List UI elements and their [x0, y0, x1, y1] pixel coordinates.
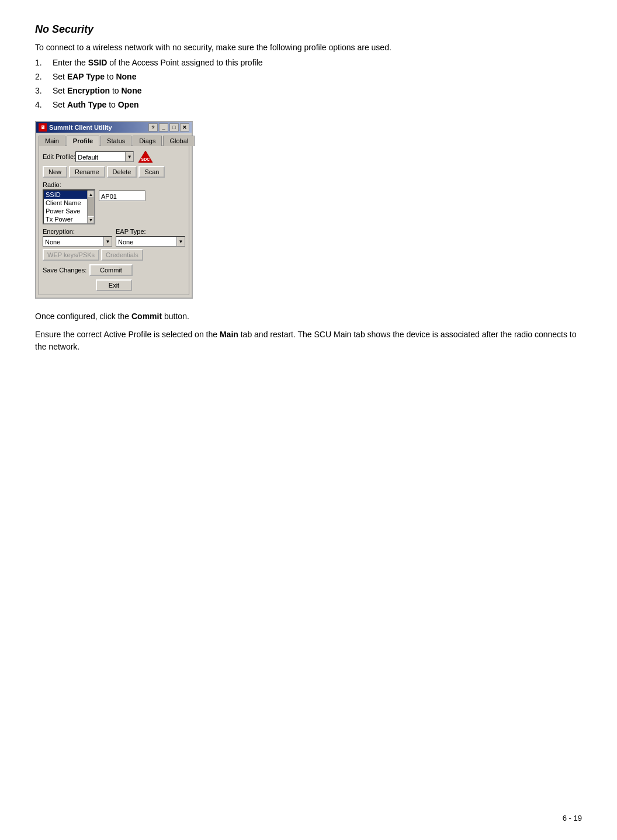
delete-button[interactable]: Delete [107, 166, 137, 178]
tab-global[interactable]: Global [163, 136, 195, 146]
step-number-4: 4. [35, 100, 53, 109]
step-number-1: 1. [35, 58, 53, 67]
tabs-row: Main Profile Status Diags Global [36, 133, 192, 146]
profile-select[interactable]: Default ▼ [75, 151, 134, 162]
save-changes-label: Save Changes: [43, 267, 89, 274]
ap-value[interactable]: AP01 [99, 191, 145, 201]
step-3: 3. Set Encryption to None [35, 86, 582, 95]
close-button[interactable]: ✕ [180, 123, 189, 132]
eap-col: EAP Type: None ▼ [116, 228, 185, 247]
after-para-2: Ensure the correct Active Profile is sel… [35, 329, 582, 353]
encryption-label: Encryption: [43, 228, 112, 235]
step-4: 4. Set Auth Type to Open [35, 100, 582, 109]
help-button[interactable]: ? [148, 123, 158, 132]
step-text-3: Set Encryption to None [53, 86, 142, 95]
edit-profile-row: Edit Profile: Default ▼ SDC [43, 150, 185, 164]
step-text-2: Set EAP Type to None [53, 72, 136, 81]
titlebar-left: 🖥 Summit Client Utility [39, 123, 112, 132]
encryption-dropdown-arrow[interactable]: ▼ [103, 237, 112, 246]
commit-reference: Commit [131, 312, 162, 321]
scu-titlebar: 🖥 Summit Client Utility ? _ □ ✕ [36, 122, 192, 133]
minimize-button[interactable]: _ [159, 123, 168, 132]
main-tab-reference: Main [220, 330, 238, 339]
encryption-value: None [43, 237, 103, 246]
list-item-txpower[interactable]: Tx Power [44, 215, 87, 223]
step-2: 2. Set EAP Type to None [35, 72, 582, 81]
radio-section: SSID Client Name Power Save Tx Power ▲ ▼… [43, 189, 185, 224]
step-text-1: Enter the SSID of the Access Point assig… [53, 58, 263, 67]
intro-text: To connect to a wireless network with no… [35, 43, 582, 52]
step-number-2: 2. [35, 72, 53, 81]
eap-dropdown-arrow[interactable]: ▼ [176, 237, 185, 246]
commit-button[interactable]: Commit [89, 264, 133, 276]
sdc-logo-container: SDC [137, 150, 154, 164]
after-para-1: Once configured, click the Commit button… [35, 310, 582, 323]
maximize-button[interactable]: □ [169, 123, 179, 132]
list-item-powersave[interactable]: Power Save [44, 207, 87, 215]
credentials-button[interactable]: Credentials [101, 249, 143, 261]
encryption-col: Encryption: None ▼ [43, 228, 112, 247]
eap-value: None [116, 237, 176, 246]
tab-status[interactable]: Status [100, 136, 131, 146]
profile-value: Default [76, 152, 125, 161]
tab-profile[interactable]: Profile [67, 136, 99, 146]
page-number: 6 - 19 [563, 814, 582, 822]
wep-keys-button[interactable]: WEP keys/PSKs [43, 249, 99, 261]
encryption-select[interactable]: None ▼ [43, 236, 112, 247]
eap-select[interactable]: None ▼ [116, 236, 185, 247]
scroll-track [88, 198, 94, 216]
scu-screenshot: 🖥 Summit Client Utility ? _ □ ✕ Main Pro… [35, 121, 582, 299]
list-item-clientname[interactable]: Client Name [44, 199, 87, 207]
app-icon: 🖥 [39, 123, 47, 132]
svg-text:SDC: SDC [141, 157, 150, 161]
rename-button[interactable]: Rename [69, 166, 105, 178]
step-number-3: 3. [35, 86, 53, 95]
edit-profile-label: Edit Profile: [43, 153, 75, 160]
step-text-4: Set Auth Type to Open [53, 100, 139, 109]
list-item-ssid[interactable]: SSID [44, 191, 87, 199]
profile-dropdown-arrow[interactable]: ▼ [125, 152, 133, 161]
new-button[interactable]: New [43, 166, 67, 178]
scu-window: 🖥 Summit Client Utility ? _ □ ✕ Main Pro… [35, 121, 193, 299]
titlebar-controls[interactable]: ? _ □ ✕ [148, 123, 189, 132]
save-changes-row: Save Changes: Commit [43, 264, 185, 276]
tab-diags[interactable]: Diags [133, 136, 162, 146]
radio-label: Radio: [43, 181, 185, 188]
tab-main[interactable]: Main [39, 136, 65, 146]
ap-value-container: AP01 [99, 189, 145, 224]
scan-button[interactable]: Scan [138, 166, 165, 178]
encryption-eap-row: Encryption: None ▼ EAP Type: None ▼ [43, 228, 185, 247]
eap-label: EAP Type: [116, 228, 185, 235]
step-1: 1. Enter the SSID of the Access Point as… [35, 58, 582, 67]
wep-credentials-row: WEP keys/PSKs Credentials [43, 249, 185, 261]
radio-listbox[interactable]: SSID Client Name Power Save Tx Power ▲ ▼ [43, 189, 95, 224]
tab-content: Edit Profile: Default ▼ SDC New Rename D… [39, 146, 189, 295]
radio-list-items: SSID Client Name Power Save Tx Power [44, 191, 87, 223]
profile-buttons-row: New Rename Delete Scan [43, 166, 185, 178]
window-title: Summit Client Utility [49, 124, 112, 131]
exit-button[interactable]: Exit [96, 279, 132, 291]
listbox-scrollbar[interactable]: ▲ ▼ [87, 191, 94, 223]
page-title: No Security [35, 23, 582, 36]
after-screenshot-text: Once configured, click the Commit button… [35, 310, 582, 353]
sdc-logo-icon: SDC [137, 150, 154, 164]
scroll-up-button[interactable]: ▲ [88, 191, 94, 198]
exit-row: Exit [43, 279, 185, 291]
scroll-down-button[interactable]: ▼ [88, 216, 94, 223]
